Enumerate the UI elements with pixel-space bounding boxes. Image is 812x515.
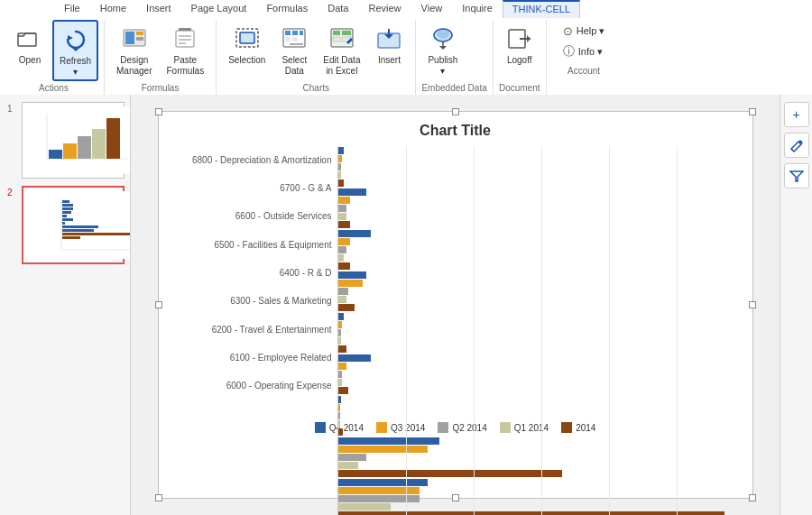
bar-group-3 bbox=[338, 271, 745, 312]
open-label: Open bbox=[19, 55, 41, 66]
edit-data-icon bbox=[328, 24, 356, 53]
bar-group-6 bbox=[338, 395, 745, 437]
bar-8-q1 bbox=[338, 503, 392, 510]
slide-2-thumb[interactable] bbox=[22, 186, 125, 264]
y-label-4: 6400 - R & D bbox=[166, 268, 332, 279]
paste-formulas-icon bbox=[171, 24, 199, 53]
handle-mid-right[interactable] bbox=[749, 301, 756, 308]
svg-rect-5 bbox=[125, 32, 134, 44]
svg-rect-19 bbox=[285, 37, 291, 41]
bar-0-q3 bbox=[338, 155, 343, 162]
bar-7-q2 bbox=[338, 454, 367, 461]
tab-data[interactable]: Data bbox=[318, 0, 358, 18]
insert-label: Insert bbox=[378, 55, 401, 66]
bar-5-q1 bbox=[338, 379, 343, 386]
handle-bot-right[interactable] bbox=[749, 494, 756, 501]
insert-button[interactable]: Insert bbox=[368, 20, 410, 69]
paste-formulas-label: PasteFormulas bbox=[166, 55, 204, 77]
embedded-buttons: Publish▾ bbox=[421, 20, 486, 81]
svg-rect-42 bbox=[78, 136, 91, 159]
ribbon-group-formulas: DesignManager PasteFormulas bbox=[105, 20, 217, 95]
bar-2-q3 bbox=[338, 238, 351, 245]
handle-bot-left[interactable] bbox=[155, 494, 162, 501]
bar-group-7 bbox=[338, 437, 745, 478]
svg-rect-55 bbox=[62, 225, 98, 228]
selection-label: Selection bbox=[228, 55, 265, 66]
svg-rect-56 bbox=[62, 229, 94, 232]
refresh-icon bbox=[61, 25, 90, 54]
publish-button[interactable]: Publish▾ bbox=[421, 20, 464, 79]
paste-formulas-button[interactable]: PasteFormulas bbox=[160, 20, 210, 79]
tab-think-cell[interactable]: THINK-CELL bbox=[503, 0, 580, 18]
slide-1-thumb[interactable] bbox=[22, 102, 125, 179]
ribbon-group-account: ⊙ Help ▾ ⓘ Info ▾ Account bbox=[547, 20, 622, 95]
bar-4-2014 bbox=[338, 345, 346, 353]
bar-group-2 bbox=[338, 229, 745, 271]
slide-1-content bbox=[26, 106, 131, 174]
refresh-button[interactable]: Refresh▾ bbox=[52, 20, 98, 81]
svg-rect-7 bbox=[136, 37, 143, 41]
bar-group-4 bbox=[338, 312, 745, 354]
open-button[interactable]: Open bbox=[9, 20, 51, 69]
svg-marker-1 bbox=[68, 35, 73, 41]
bar-group-0 bbox=[338, 146, 745, 188]
edit-data-button[interactable]: Edit Datain Excel bbox=[317, 20, 366, 79]
design-manager-label: DesignManager bbox=[116, 55, 152, 77]
bar-3-q1 bbox=[338, 296, 346, 303]
account-group-label: Account bbox=[552, 64, 616, 78]
bar-0-q4 bbox=[338, 147, 344, 154]
design-manager-button[interactable]: DesignManager bbox=[110, 20, 158, 79]
bar-0-2014 bbox=[338, 179, 345, 187]
actions-buttons: Open Refresh▾ bbox=[9, 20, 98, 81]
tab-page-layout[interactable]: Page Layout bbox=[181, 0, 257, 18]
charts-buttons: Selection SelectDat bbox=[222, 20, 410, 81]
tab-review[interactable]: Review bbox=[358, 0, 411, 18]
bar-1-q2 bbox=[338, 205, 346, 212]
svg-rect-18 bbox=[300, 31, 303, 35]
embedded-group-label: Embedded Data bbox=[421, 81, 486, 95]
help-item[interactable]: ⊙ Help ▾ bbox=[559, 23, 609, 39]
svg-rect-20 bbox=[292, 37, 298, 41]
chart-container[interactable]: Chart Title 6800 - Depreciation & Amorti… bbox=[158, 111, 753, 499]
handle-top-left[interactable] bbox=[155, 108, 162, 115]
select-data-button[interactable]: SelectData bbox=[273, 20, 315, 79]
y-label-3: 6500 - Facilities & Equipment bbox=[166, 240, 332, 251]
ribbon-group-document: Logoff Document bbox=[494, 20, 547, 95]
pen-button[interactable] bbox=[784, 133, 809, 158]
info-item[interactable]: ⓘ Info ▾ bbox=[559, 42, 609, 60]
bar-2-q1 bbox=[338, 254, 345, 262]
selection-icon bbox=[233, 24, 262, 53]
handle-bot-mid[interactable] bbox=[452, 494, 459, 501]
add-button[interactable]: + bbox=[784, 102, 809, 127]
tab-file[interactable]: File bbox=[54, 0, 90, 18]
tab-formulas[interactable]: Formulas bbox=[256, 0, 318, 18]
refresh-label: Refresh▾ bbox=[60, 56, 91, 78]
tab-view[interactable]: View bbox=[411, 0, 453, 18]
tab-inquire[interactable]: Inquire bbox=[452, 0, 503, 18]
tab-insert[interactable]: Insert bbox=[136, 0, 181, 18]
svg-marker-3 bbox=[73, 49, 78, 51]
bar-4-q4 bbox=[338, 313, 345, 320]
svg-rect-50 bbox=[62, 207, 73, 210]
tab-home[interactable]: Home bbox=[90, 0, 136, 18]
design-manager-icon bbox=[120, 24, 149, 53]
selection-button[interactable]: Selection bbox=[222, 20, 272, 69]
bar-2-q2 bbox=[338, 246, 346, 253]
bar-5-q2 bbox=[338, 371, 343, 378]
publish-icon bbox=[429, 24, 457, 53]
handle-mid-left[interactable] bbox=[155, 301, 162, 308]
bar-8-q3 bbox=[338, 487, 420, 494]
ribbon: File Home Insert Page Layout Formulas Da… bbox=[0, 0, 812, 95]
svg-rect-40 bbox=[49, 150, 62, 159]
actions-group-label: Actions bbox=[9, 81, 98, 95]
y-label-5: 6300 - Sales & Marketing bbox=[166, 296, 332, 307]
logoff-button[interactable]: Logoff bbox=[499, 20, 540, 69]
ribbon-group-actions: Open Refresh▾ Actions bbox=[4, 20, 105, 95]
bar-8-2014 bbox=[338, 511, 724, 515]
handle-top-right[interactable] bbox=[749, 108, 756, 115]
handle-top-mid[interactable] bbox=[452, 108, 459, 115]
ribbon-group-charts: Selection SelectDat bbox=[217, 20, 416, 95]
filter-button[interactable] bbox=[784, 163, 809, 189]
bar-4-q1 bbox=[338, 337, 342, 345]
svg-rect-51 bbox=[62, 211, 71, 214]
